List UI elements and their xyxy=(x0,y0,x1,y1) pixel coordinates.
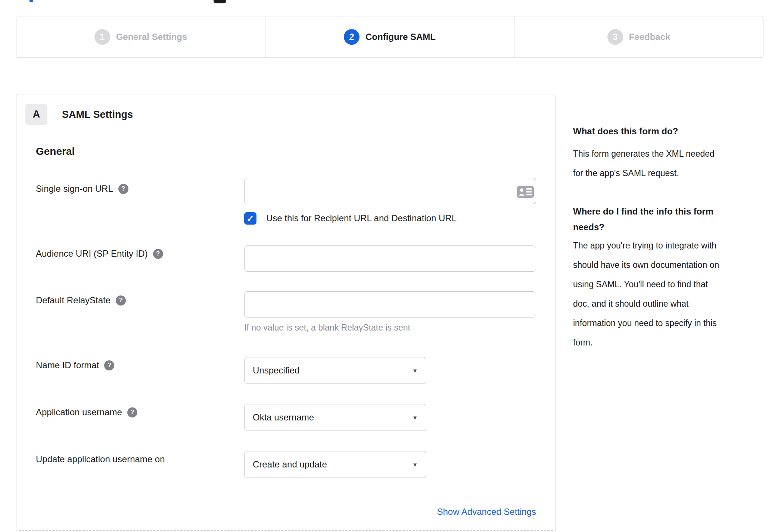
app-username-label: Application username ? xyxy=(36,407,137,417)
nameid-format-value: Unspecified xyxy=(253,365,299,376)
nameid-format-label: Name ID format ? xyxy=(36,360,114,370)
saml-settings-panel: A SAML Settings General Single sign-on U… xyxy=(16,94,556,532)
section-a-badge: A xyxy=(25,104,47,125)
step-configure-saml[interactable]: 2 Configure SAML xyxy=(265,16,514,57)
chevron-down-icon: ▼ xyxy=(412,367,418,374)
advanced-settings-row: Show Advanced Settings xyxy=(244,507,536,517)
relaystate-label-text: Default RelayState xyxy=(36,295,111,306)
app-username-select[interactable]: Okta username ▼ xyxy=(244,404,426,431)
help-icon[interactable]: ? xyxy=(127,407,137,417)
help-icon[interactable]: ? xyxy=(118,184,128,194)
help-icon[interactable]: ? xyxy=(104,360,114,370)
step-label: Configure SAML xyxy=(365,32,436,42)
sso-url-label: Single sign-on URL ? xyxy=(36,184,128,194)
step-label: General Settings xyxy=(116,32,187,42)
audience-uri-label-text: Audience URI (SP Entity ID) xyxy=(36,248,148,259)
relaystate-hint: If no value is set, a blank RelayState i… xyxy=(244,323,410,333)
chevron-down-icon: ▼ xyxy=(412,461,418,468)
relaystate-input[interactable] xyxy=(244,291,536,317)
chevron-down-icon: ▼ xyxy=(412,414,418,421)
nameid-format-label-text: Name ID format xyxy=(36,360,99,370)
update-username-value: Create and update xyxy=(253,459,327,470)
cutoff-blue-tab-fragment xyxy=(29,0,33,2)
update-username-label-text: Update application username on xyxy=(36,454,165,464)
recipient-url-checkbox[interactable]: ✓ xyxy=(244,212,256,225)
help-icon[interactable]: ? xyxy=(116,295,126,306)
step-number-badge: 3 xyxy=(607,29,623,45)
section-dashed-divider xyxy=(19,530,553,531)
help-icon[interactable]: ? xyxy=(153,249,163,259)
sso-url-label-text: Single sign-on URL xyxy=(36,184,113,194)
step-number-badge: 2 xyxy=(344,29,360,45)
help-body-where: The app you're trying to integrate with … xyxy=(573,236,763,352)
app-username-value: Okta username xyxy=(253,412,314,423)
sso-url-input[interactable] xyxy=(244,178,536,204)
audience-uri-input[interactable] xyxy=(244,245,536,272)
update-username-label: Update application username on xyxy=(36,454,165,464)
nameid-format-select[interactable]: Unspecified ▼ xyxy=(244,357,426,384)
audience-uri-label: Audience URI (SP Entity ID) ? xyxy=(36,248,163,259)
contact-card-icon xyxy=(517,186,534,199)
check-icon: ✓ xyxy=(246,213,254,224)
show-advanced-settings-link[interactable]: Show Advanced Settings xyxy=(437,507,536,517)
update-username-select[interactable]: Create and update ▼ xyxy=(244,451,426,478)
panel-title: SAML Settings xyxy=(62,109,133,121)
help-title-where: Where do I find the info this form needs… xyxy=(573,204,763,235)
relaystate-label: Default RelayState ? xyxy=(36,295,126,306)
help-body-what: This form generates the XML needed for t… xyxy=(573,144,763,183)
app-username-label-text: Application username xyxy=(36,407,122,417)
general-section-title: General xyxy=(36,145,75,157)
wizard-stepper: 1 General Settings 2 Configure SAML 3 Fe… xyxy=(16,16,763,58)
step-number-badge: 1 xyxy=(94,29,110,45)
recipient-url-checkbox-label: Use this for Recipient URL and Destinati… xyxy=(266,213,457,223)
help-title-what: What does this form do? xyxy=(573,123,763,139)
step-label: Feedback xyxy=(629,32,670,42)
step-general-settings[interactable]: 1 General Settings xyxy=(16,16,265,57)
cutoff-app-logo-fragment xyxy=(214,0,226,3)
step-feedback[interactable]: 3 Feedback xyxy=(514,16,763,57)
